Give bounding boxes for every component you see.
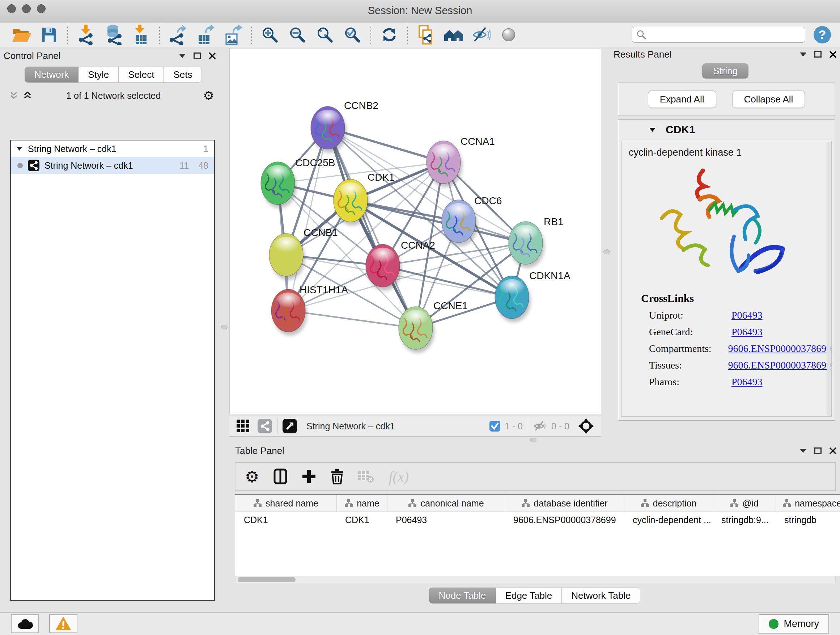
selected-nodes-checkbox[interactable] [489, 421, 500, 432]
double-chevron-up-icon [23, 92, 32, 100]
cell-id[interactable]: stringdb:9... [713, 512, 775, 528]
grid-view-button[interactable] [237, 420, 249, 432]
close-panel-button[interactable] [209, 52, 216, 59]
tab-string-results[interactable]: String [702, 63, 748, 79]
column-header-canonical-name[interactable]: canonical name [387, 495, 505, 512]
show-glass-button[interactable] [497, 24, 520, 45]
import-network-from-database-button[interactable] [102, 24, 125, 45]
delete-table-icon [358, 470, 374, 483]
genecard-link[interactable]: P06493 [731, 326, 763, 338]
search-input[interactable] [646, 29, 801, 40]
birds-eye-view-button[interactable] [283, 419, 297, 433]
cell-shared-name[interactable]: CDK1 [235, 512, 336, 528]
fit-selected-button[interactable] [578, 418, 594, 434]
warnings-button[interactable] [49, 614, 77, 633]
show-columns-button[interactable] [273, 469, 287, 485]
toolbar-search[interactable] [632, 27, 805, 43]
network-options-gear-button[interactable]: ⚙ [203, 88, 214, 103]
control-panel-tabs: Network Style Select Sets [25, 67, 218, 82]
open-session-button[interactable] [10, 24, 33, 45]
float-panel-button[interactable] [814, 51, 821, 57]
tissues-link[interactable]: 9606.ENSP00000378699 [728, 359, 831, 371]
float-panel-button[interactable] [194, 52, 201, 59]
save-session-button[interactable] [38, 24, 61, 45]
refresh-button[interactable] [378, 24, 401, 45]
panel-menu-button[interactable] [800, 449, 806, 453]
cell-canonical-name[interactable]: P06493 [387, 512, 505, 528]
collapse-section-icon[interactable] [649, 128, 655, 132]
panel-menu-button[interactable] [179, 54, 186, 58]
column-header-namespace[interactable]: namespace [775, 495, 840, 512]
network-collection-row[interactable]: String Network – cdk1 1 [11, 141, 214, 157]
network-icon-button[interactable] [257, 419, 272, 433]
export-network-button[interactable] [166, 24, 189, 45]
pharos-link[interactable]: P06493 [731, 376, 763, 388]
column-header-id[interactable]: @id [713, 495, 775, 512]
memory-button[interactable]: Memory [759, 614, 829, 633]
column-header-database-identifier[interactable]: database identifier [505, 495, 624, 512]
cell-database-identifier[interactable]: 9606.ENSP00000378699 [505, 512, 624, 528]
table-toolbar: ⚙ f(x) [235, 462, 836, 491]
close-panel-button[interactable] [829, 51, 836, 58]
help-icon: ? [813, 25, 832, 44]
tab-node-table[interactable]: Node Table [429, 587, 496, 603]
tab-style[interactable]: Style [79, 67, 118, 82]
svg-text:HIST1H1A: HIST1H1A [300, 284, 348, 295]
network-node-HIST1H1A: HIST1H1A [271, 284, 348, 336]
tab-select[interactable]: Select [118, 67, 164, 82]
table-panel: Table Panel ⚙ [229, 443, 840, 609]
uniprot-link[interactable]: P06493 [731, 310, 763, 321]
close-panel-button[interactable] [829, 448, 836, 454]
column-header-description[interactable]: description [624, 495, 713, 512]
expand-all-networks-button[interactable] [23, 92, 32, 100]
column-header-name[interactable]: name [336, 495, 387, 512]
gray-sphere-icon [500, 27, 517, 43]
export-image-button[interactable] [221, 24, 245, 45]
tab-network-table[interactable]: Network Table [562, 587, 640, 603]
zoom-out-button[interactable] [286, 24, 309, 45]
export-table-button[interactable] [194, 24, 217, 45]
zoom-in-button[interactable] [258, 24, 281, 45]
panel-menu-button[interactable] [800, 52, 806, 57]
collapse-all-button[interactable]: Collapse All [732, 90, 805, 108]
float-panel-button[interactable] [814, 448, 821, 454]
selected-count: 1 - 0 [505, 421, 523, 432]
cell-description[interactable]: cyclin-dependent ... [624, 512, 713, 528]
cell-namespace[interactable]: stringdb [775, 512, 840, 528]
clone-network-button[interactable] [415, 24, 438, 45]
collapse-all-networks-button[interactable] [9, 92, 18, 100]
tab-network[interactable]: Network [25, 67, 79, 82]
scrollbar-thumb[interactable] [238, 577, 295, 582]
delete-column-button[interactable] [331, 469, 344, 485]
cloud-status-button[interactable] [11, 614, 39, 633]
import-network-button[interactable] [74, 24, 98, 45]
column-type-icon [408, 499, 417, 508]
tab-edge-table[interactable]: Edge Table [496, 587, 562, 603]
compartments-link[interactable]: 9606.ENSP00000378699 [728, 343, 831, 355]
network-node-CCNB1: CCNB1 [269, 227, 338, 280]
zoom-selected-button[interactable] [341, 24, 364, 45]
zoom-selected-icon [344, 26, 361, 43]
right-splitter-handle[interactable] [603, 249, 610, 254]
import-table-button[interactable] [129, 24, 153, 45]
zoom-fit-button[interactable] [313, 24, 336, 45]
column-header-shared-name[interactable]: shared name [235, 495, 336, 512]
results-scrollbar[interactable] [827, 142, 831, 416]
cell-name[interactable]: CDK1 [336, 512, 387, 528]
network-row-selected[interactable]: String Network – cdk1 11 48 [11, 157, 214, 174]
import-network-icon [77, 25, 95, 45]
hide-glass-button[interactable] [470, 24, 493, 45]
table-options-gear-button[interactable]: ⚙ [245, 467, 259, 486]
expand-all-button[interactable]: Expand All [648, 90, 716, 108]
network-view-canvas[interactable]: CCNB2CCNA1CDC25BCDK1CDC6RB1CCNB1CCNA2CDK… [229, 48, 601, 414]
add-column-button[interactable] [302, 469, 316, 484]
column-type-icon [521, 499, 530, 508]
tab-sets[interactable]: Sets [164, 67, 202, 82]
table-horizontal-scrollbar[interactable] [235, 576, 836, 583]
bottom-splitter-handle[interactable] [530, 438, 537, 442]
hidden-elements-button[interactable] [533, 420, 547, 432]
table-row[interactable]: CDK1 CDK1 P06493 9606.ENSP00000378699 cy… [235, 512, 840, 528]
left-splitter-handle[interactable] [221, 325, 227, 329]
help-button[interactable]: ? [813, 25, 832, 44]
home-button[interactable] [442, 24, 465, 45]
